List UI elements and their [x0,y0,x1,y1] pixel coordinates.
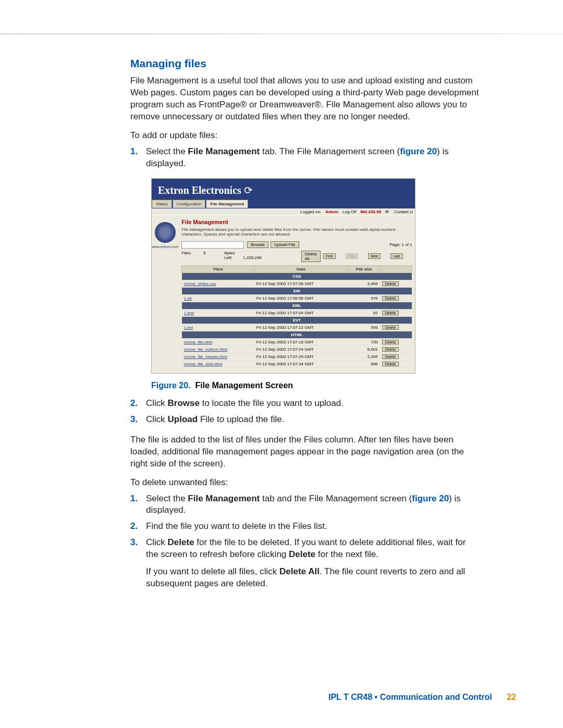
step-text: Click Delete for the file to be deleted.… [146,537,480,590]
step-number: 3. [130,537,146,590]
logged-label: Logged on: [300,209,321,214]
tab-status[interactable]: Status [152,200,172,208]
step-number: 1. [130,493,146,517]
table-row: 1.evtFri 12 Sep 2003 17:07:12 GMT593Dele… [182,324,412,331]
tab-configuration[interactable]: Configuration [173,200,206,208]
cat-eml: EML [182,302,412,309]
page-total: 1 [410,242,412,247]
contact-link[interactable]: ✉ Contact U [385,209,413,214]
table-row: 1.emlFri 12 Sep 2003 17:07:04 GMT62Delet… [182,309,412,316]
panel-title: File Management [181,219,412,225]
file-date: Fri 12 Sep 2003 17:06:56 GMT [254,294,348,302]
bold: File Management [188,146,260,156]
page-current: 1 of [402,242,409,247]
page-footer: IPL T CR48 • Communication and Control 2… [328,693,516,702]
file-link[interactable]: nortxe_file_header.html [184,354,227,359]
section-heading: Managing files [130,57,480,70]
file-link[interactable]: nortxe_file.html [184,340,212,344]
file-date: Fri 12 Sep 2003 17:07:24 GMT [254,346,348,353]
figure-ref: figure 20 [412,493,449,503]
step-text: Click Browse to locate the file you want… [146,398,480,410]
upload-button[interactable]: Upload File [271,241,299,248]
intro-paragraph: File Management is a useful tool that al… [130,75,480,123]
step-number: 2. [130,398,146,410]
file-link[interactable]: 1.eir [184,296,192,301]
step-number: 3. [130,414,146,426]
file-link[interactable]: nortxe_file_bottom.html [184,347,227,352]
bytes-left: 1,228,240 [243,255,262,260]
figure-caption: Figure 20. File Management Screen [151,381,480,390]
cat-evt: EVT [182,316,412,324]
table-row: nortxe_file.htmlFri 12 Sep 2003 17:07:18… [182,338,412,346]
extron-logo-icon [155,222,176,243]
file-date: Fri 12 Sep 2003 17:07:12 GMT [254,324,348,331]
logged-user: Admin [325,209,338,214]
step-text: Select the File Management tab and the F… [146,493,480,517]
side-url[interactable]: www.extron.com [152,245,178,249]
file-size: 720 [348,338,380,346]
file-size: 3,469 [348,280,380,287]
after-paragraph: The file is added to the list of files u… [130,434,480,470]
delete-button[interactable]: Delete [382,296,399,301]
col-files: Files [182,265,254,273]
table-row: nortxe_file_header.htmlFri 12 Sep 2003 1… [182,353,412,360]
ss-tabs: Status Configuration File Management [152,200,415,208]
file-date: Fri 12 Sep 2003 17:07:38 GMT [254,280,348,287]
footer-text: IPL T CR48 • Communication and Control [328,693,492,701]
steps-add: 1. Select the File Management tab. The F… [130,146,480,170]
file-size: 806 [348,360,380,367]
panel-desc: File Management allows you to upload and… [181,227,412,237]
file-path-input[interactable] [181,241,244,249]
cat-html: HTML [182,331,412,338]
lead-delete: To delete unwanted files: [130,477,480,488]
lead-add: To add or update files: [130,130,480,141]
file-link[interactable]: nortxe_styles.css [184,281,216,286]
delete-button[interactable]: Delete [382,325,399,330]
file-size: 2,265 [348,353,380,360]
table-row: 1.eirFri 12 Sep 2003 17:06:56 GMT576Dele… [182,294,412,302]
file-link[interactable]: 1.eml [184,311,194,315]
nav-next[interactable]: Next [368,253,381,259]
phone: 800.633.98 [360,209,381,214]
step-text: Select the File Management tab. The File… [146,146,480,170]
screenshot-figure: Extron Electronics ⟳ Status Configuratio… [151,178,415,374]
file-table: Files Date File size CSS nortxe_styles.c… [181,265,412,368]
file-date: Fri 12 Sep 2003 17:07:29 GMT [254,353,348,360]
delete-button[interactable]: Delete [382,354,399,359]
brand-text: Extron Electronics ⟳ [158,184,253,196]
logoff-link[interactable]: Log Off [342,209,356,214]
delete-button[interactable]: Delete [382,281,399,286]
page-rule [0,33,563,34]
steps-delete: 1. Select the File Management tab and th… [130,493,480,590]
browse-button[interactable]: Browse [247,241,268,248]
file-link[interactable]: 1.evt [184,325,193,330]
nav-first[interactable]: First [323,253,336,259]
footer-page-number: 22 [507,693,516,701]
t: Select the [146,146,188,156]
col-size: File size [348,265,380,273]
delete-button[interactable]: Delete [382,311,399,315]
step-number: 1. [130,146,146,170]
step-text: Find the file you want to delete in the … [146,521,480,533]
nav-last[interactable]: Last [390,253,402,259]
file-date: Fri 12 Sep 2003 17:07:34 GMT [254,360,348,367]
delete-all-button[interactable]: Delete All [301,251,321,262]
t: tab. The File Management screen ( [260,146,400,156]
figure-ref: figure 20 [400,146,437,156]
nav-prev[interactable]: Prev [346,253,358,259]
delete-button[interactable]: Delete [382,340,399,344]
table-row: nortxe_file_side.htmlFri 12 Sep 2003 17:… [182,360,412,367]
ss-subbar: Logged on: Admin Log Off 800.633.98 ✉ Co… [152,208,415,216]
files-label: Files: [181,251,191,255]
table-row: nortxe_styles.cssFri 12 Sep 2003 17:07:3… [182,280,412,287]
cat-eir: EIR [182,287,412,294]
delete-button[interactable]: Delete [382,362,399,366]
file-link[interactable]: nortxe_file_side.html [184,362,222,366]
file-date: Fri 12 Sep 2003 17:07:18 GMT [254,338,348,346]
step-number: 2. [130,521,146,533]
file-date: Fri 12 Sep 2003 17:07:04 GMT [254,309,348,316]
delete-button[interactable]: Delete [382,347,399,352]
file-size: 8,601 [348,346,380,353]
tab-file-management[interactable]: File Management [206,200,248,208]
bytes-label: Bytes Left: [224,251,235,260]
